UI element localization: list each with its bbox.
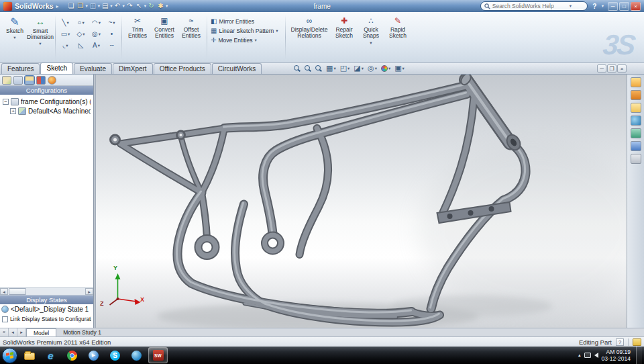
doc-minimize-button[interactable]: ─ (597, 64, 606, 73)
tab-circuitworks[interactable]: CircuitWorks (212, 63, 262, 74)
displaymanager-tab-icon[interactable] (36, 76, 46, 85)
trim-entities-button[interactable]: ✂ Trim Entities (124, 13, 151, 61)
open-dropdown-icon[interactable]: ▾ (86, 3, 88, 9)
tab-dimxpert[interactable]: DimXpert (113, 63, 153, 74)
taskbar-solidworks-button[interactable]: SW (148, 347, 168, 363)
chamfer-tool[interactable]: ◺ (73, 40, 89, 51)
tab-office-products[interactable]: Office Products (154, 63, 211, 74)
custom-properties-icon[interactable] (631, 154, 641, 164)
section-view-button[interactable]: ▦▾ (326, 64, 336, 73)
select-dropdown-icon[interactable]: ▾ (144, 3, 146, 9)
file-explorer-icon[interactable] (631, 103, 641, 113)
show-desktop-button[interactable] (636, 347, 642, 364)
ellipse-tool[interactable]: ◎▾ (89, 28, 104, 40)
smart-dimension-button[interactable]: ↔ Smart Dimension ▾ (28, 13, 53, 61)
select-cursor-icon[interactable]: ↖ (135, 1, 144, 11)
close-button[interactable]: × (631, 2, 641, 11)
options-dropdown-icon[interactable]: ▾ (166, 3, 168, 9)
appearances-scenes-icon[interactable] (631, 141, 641, 151)
taskbar-chrome-button[interactable] (62, 347, 82, 363)
rectangle-tool[interactable]: ▭▾ (58, 28, 73, 40)
arc-tool[interactable]: ◠▾ (89, 17, 104, 28)
taskbar-skype-button[interactable]: S (105, 347, 125, 363)
taskbar-app-button[interactable] (127, 347, 146, 363)
design-library-icon[interactable] (631, 90, 641, 100)
minimize-button[interactable]: ─ (608, 2, 618, 11)
display-style-button[interactable]: ◪▾ (354, 64, 364, 73)
sketch-button[interactable]: ✎ Sketch ▾ (2, 13, 28, 61)
polygon-tool[interactable]: ◇▾ (73, 28, 89, 40)
options-gear-icon[interactable]: ✱ (156, 1, 165, 11)
quick-snaps-button[interactable]: ∴ Quick Snaps ▾ (358, 13, 384, 61)
featuremanager-tree-tab-icon[interactable] (2, 76, 11, 85)
help-button[interactable]: ? (590, 3, 599, 10)
circle-tool[interactable]: ○▾ (73, 17, 89, 28)
edit-appearance-button[interactable]: ▾ (381, 65, 390, 72)
graphics-area[interactable]: Y X Z (96, 75, 627, 328)
display-delete-relations-button[interactable]: ∞ Display/Delete Relations (288, 13, 331, 61)
convert-entities-button[interactable]: ▣ Convert Entities (151, 13, 178, 61)
point-tool[interactable]: • (104, 28, 119, 40)
display-state-row[interactable]: <Default>_Display State 1 (0, 304, 93, 314)
construction-line-tool[interactable]: ╌ (104, 40, 119, 51)
volume-tray-icon[interactable] (594, 353, 598, 358)
taskbar-explorer-button[interactable] (19, 347, 39, 363)
repair-sketch-button[interactable]: ✚ Repair Sketch (331, 13, 358, 61)
zoom-fit-button[interactable] (294, 65, 301, 72)
print-dropdown-icon[interactable]: ▾ (110, 3, 112, 9)
search-dropdown-icon[interactable]: ▾ (570, 3, 572, 9)
previous-view-button[interactable] (315, 65, 322, 72)
panel-horizontal-scrollbar[interactable]: ◂ ▸ (0, 287, 93, 295)
scroll-right-icon[interactable]: ▸ (85, 288, 93, 295)
taskbar-browser-button[interactable]: e (41, 347, 60, 363)
open-document-icon[interactable]: ❒ (76, 1, 85, 11)
tab-scroll-left-icon[interactable]: ◂ (9, 328, 17, 336)
move-entities-button[interactable]: ✛ Move Entities ▾ (209, 37, 283, 44)
hidden-icons-arrow-icon[interactable]: ▴ (578, 353, 581, 358)
new-document-icon[interactable]: ❏ (67, 1, 76, 11)
taskbar-media-button[interactable]: ▶ (84, 347, 103, 363)
appearance-manager-tab-icon[interactable] (48, 76, 56, 85)
undo-icon[interactable]: ↶ (113, 1, 121, 11)
tab-features[interactable]: Features (1, 63, 40, 74)
save-icon[interactable]: ◫ (89, 1, 97, 11)
tab-evaluate[interactable]: Evaluate (74, 63, 112, 74)
scrollbar-thumb[interactable] (9, 288, 26, 295)
taskbar-clock[interactable]: AM 09:19 03-12-2014 (602, 349, 631, 362)
rapid-sketch-button[interactable]: ✎ Rapid Sketch (384, 13, 411, 61)
propertymanager-tab-icon[interactable] (13, 76, 23, 85)
linear-sketch-pattern-button[interactable]: ▦ Linear Sketch Pattern ▾ (209, 28, 283, 34)
maximize-button[interactable]: □ (619, 2, 629, 11)
offset-entities-button[interactable]: ≈ Offset Entities (178, 13, 205, 61)
help-search-box[interactable]: ▾ (480, 1, 588, 11)
configuration-root-row[interactable]: − frame Configuration(s) (Defa (1, 97, 92, 106)
save-dropdown-icon[interactable]: ▾ (98, 3, 100, 9)
line-tool[interactable]: ╲▾ (58, 17, 73, 28)
motion-study-tab[interactable]: Motion Study 1 (56, 328, 108, 336)
zoom-area-button[interactable] (305, 65, 311, 72)
fillet-tool[interactable]: ◟▾ (58, 40, 73, 51)
menu-expand-arrow-icon[interactable]: ▸ (56, 3, 59, 9)
rebuild-icon[interactable]: ↻ (147, 1, 156, 11)
status-help-button[interactable]: ? (616, 338, 624, 346)
view-orientation-button[interactable]: ◰▾ (340, 64, 350, 73)
search-pane-icon[interactable] (631, 116, 641, 126)
scroll-left-icon[interactable]: ◂ (0, 288, 8, 295)
doc-restore-button[interactable]: ❐ (607, 64, 616, 73)
configurationmanager-tab-icon[interactable] (25, 76, 34, 85)
tab-scroll-first-icon[interactable]: « (0, 328, 9, 336)
custom-properties-tag-icon[interactable] (633, 338, 641, 346)
solidworks-resources-icon[interactable] (631, 77, 641, 87)
redo-icon[interactable]: ↷ (125, 1, 134, 11)
tab-sketch[interactable]: Sketch (40, 62, 73, 74)
hide-show-items-button[interactable]: ◎▾ (368, 64, 377, 73)
network-tray-icon[interactable] (584, 353, 591, 358)
tab-scroll-right-icon[interactable]: ▸ (17, 328, 26, 336)
start-button[interactable] (2, 348, 17, 363)
model-tab[interactable]: Model (26, 328, 56, 336)
help-dropdown-icon[interactable]: ▾ (602, 3, 604, 9)
search-input[interactable] (492, 3, 568, 9)
link-display-states-checkbox[interactable] (2, 316, 8, 322)
text-tool[interactable]: A▾ (89, 40, 104, 51)
spline-tool[interactable]: ~▾ (104, 17, 119, 28)
